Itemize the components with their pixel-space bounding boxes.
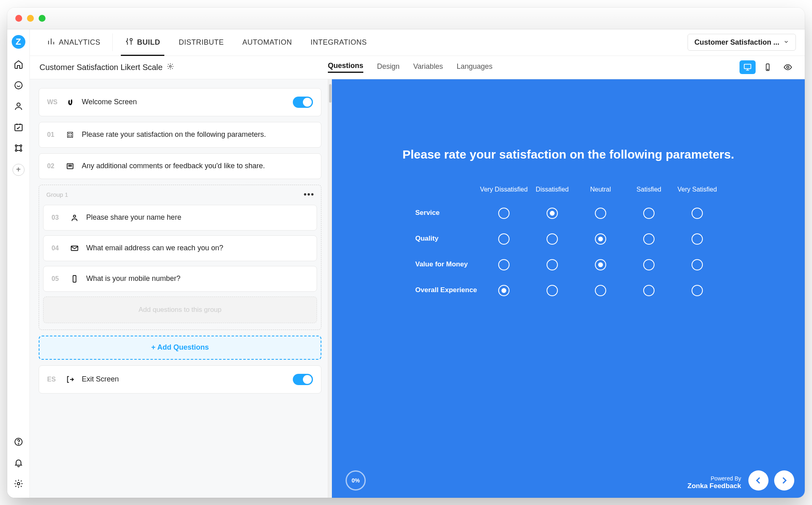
- radio-value-1[interactable]: [498, 259, 510, 270]
- svg-point-15: [787, 66, 789, 68]
- svg-point-20: [71, 135, 72, 136]
- likert-matrix: Very Dissatisfied Dissatisfied Neutral S…: [415, 186, 721, 296]
- add-to-group-slot[interactable]: Add questions to this group: [43, 297, 317, 323]
- svg-rect-24: [73, 275, 76, 282]
- svg-point-3: [15, 145, 17, 146]
- exit-screen-card[interactable]: ES Exit Screen: [39, 365, 321, 394]
- help-icon[interactable]: [13, 437, 24, 447]
- page-title: Customer Satisfaction Likert Scale: [39, 63, 174, 72]
- radio-overall-4[interactable]: [643, 285, 655, 296]
- welcome-screen-card[interactable]: WS Welcome Screen: [39, 88, 321, 116]
- radio-quality-4[interactable]: [643, 233, 655, 245]
- group-more-icon[interactable]: •••: [304, 190, 315, 199]
- radio-service-3[interactable]: [595, 208, 606, 219]
- item-index: ES: [47, 376, 58, 383]
- flow-icon[interactable]: [13, 143, 24, 153]
- item-index: 05: [52, 275, 63, 282]
- app-root: Z + ANALYTICS BUILD: [7, 29, 805, 498]
- item-index: 03: [52, 214, 63, 221]
- col-head-2: Dissatisfied: [528, 186, 576, 193]
- person-icon: [70, 213, 79, 222]
- tab-questions[interactable]: Questions: [328, 62, 363, 73]
- radio-service-1[interactable]: [498, 208, 510, 219]
- next-button[interactable]: [774, 470, 794, 491]
- add-questions-button[interactable]: + Add Questions: [39, 336, 321, 360]
- question-card-05[interactable]: 05 What is your mobile number?: [43, 266, 317, 292]
- brand-logo[interactable]: Z: [12, 35, 25, 49]
- powered-by: Powered By Zonka Feedback: [688, 475, 741, 490]
- preview-view-toggles: [740, 60, 796, 74]
- user-icon[interactable]: [13, 101, 24, 111]
- nav-label: INTEGRATIONS: [311, 38, 367, 47]
- bell-icon[interactable]: [13, 458, 24, 468]
- radio-service-5[interactable]: [692, 208, 703, 219]
- left-rail: Z +: [7, 29, 30, 498]
- nav-automation[interactable]: AUTOMATION: [234, 29, 300, 56]
- close-window-icon[interactable]: [15, 15, 22, 22]
- survey-selector[interactable]: Customer Satisfaction ...: [688, 34, 796, 51]
- question-card-03[interactable]: 03 Please share your name here: [43, 205, 317, 231]
- item-index: 02: [47, 163, 58, 170]
- radio-overall-1[interactable]: [498, 285, 510, 296]
- nav-build[interactable]: BUILD: [117, 29, 168, 56]
- gear-small-icon[interactable]: [167, 63, 174, 72]
- question-card-01[interactable]: 01 Please rate your satisfaction on the …: [39, 122, 321, 148]
- maximize-window-icon[interactable]: [39, 15, 46, 22]
- mobile-preview-icon[interactable]: [760, 60, 776, 74]
- minimize-window-icon[interactable]: [27, 15, 34, 22]
- nav-integrations[interactable]: INTEGRATIONS: [302, 29, 375, 56]
- radio-value-5[interactable]: [692, 259, 703, 270]
- survey-selector-label: Customer Satisfaction ...: [694, 38, 779, 47]
- nav-label: BUILD: [137, 38, 160, 47]
- row-label-value: Value for Money: [415, 260, 480, 268]
- radio-value-4[interactable]: [643, 259, 655, 270]
- tab-design[interactable]: Design: [377, 62, 400, 72]
- svg-point-10: [130, 38, 133, 41]
- prev-button[interactable]: [748, 470, 768, 491]
- radio-quality-1[interactable]: [498, 233, 510, 245]
- nav-label: AUTOMATION: [242, 38, 292, 47]
- group-label: Group 1: [46, 191, 68, 198]
- question-card-02[interactable]: 02 Any additional comments or feedback y…: [39, 153, 321, 179]
- item-index: 01: [47, 131, 58, 138]
- welcome-toggle[interactable]: [293, 97, 313, 108]
- radio-value-3[interactable]: [595, 259, 606, 270]
- svg-point-11: [169, 65, 171, 67]
- tab-variables[interactable]: Variables: [413, 62, 443, 72]
- radio-service-4[interactable]: [643, 208, 655, 219]
- content-split: WS Welcome Screen 01 Please rate your sa…: [30, 79, 805, 498]
- svg-point-8: [18, 443, 19, 444]
- eye-preview-icon[interactable]: [780, 60, 796, 74]
- row-label-overall: Overall Experience: [415, 286, 480, 294]
- matrix-icon: [66, 130, 75, 139]
- traffic-lights: [15, 15, 46, 22]
- radio-quality-3[interactable]: [595, 233, 606, 245]
- radio-value-2[interactable]: [547, 259, 558, 270]
- nav-analytics[interactable]: ANALYTICS: [39, 29, 108, 56]
- chevron-down-icon: [783, 38, 789, 47]
- radio-overall-5[interactable]: [692, 285, 703, 296]
- mac-titlebar: [7, 8, 805, 29]
- radio-quality-2[interactable]: [547, 233, 558, 245]
- radio-overall-2[interactable]: [547, 285, 558, 296]
- chat-icon[interactable]: [13, 80, 24, 91]
- add-icon[interactable]: +: [12, 164, 25, 176]
- gear-icon[interactable]: [13, 478, 24, 489]
- radio-quality-5[interactable]: [692, 233, 703, 245]
- radio-overall-3[interactable]: [595, 285, 606, 296]
- nav-separator: [112, 33, 113, 51]
- radio-service-2[interactable]: [547, 208, 558, 219]
- nav-distribute[interactable]: DISTRIBUTE: [171, 29, 232, 56]
- svg-point-5: [15, 150, 17, 151]
- tab-languages[interactable]: Languages: [457, 62, 493, 72]
- home-icon[interactable]: [13, 59, 24, 70]
- scrollbar[interactable]: [328, 79, 332, 498]
- svg-point-19: [68, 135, 69, 136]
- calendar-check-icon[interactable]: [13, 122, 24, 132]
- desktop-preview-icon[interactable]: [740, 60, 756, 74]
- svg-rect-12: [744, 64, 751, 69]
- item-index: WS: [47, 99, 58, 106]
- exit-toggle[interactable]: [293, 374, 313, 385]
- subheader: Customer Satisfaction Likert Scale Quest…: [30, 56, 805, 79]
- question-card-04[interactable]: 04 What email address can we reach you o…: [43, 235, 317, 261]
